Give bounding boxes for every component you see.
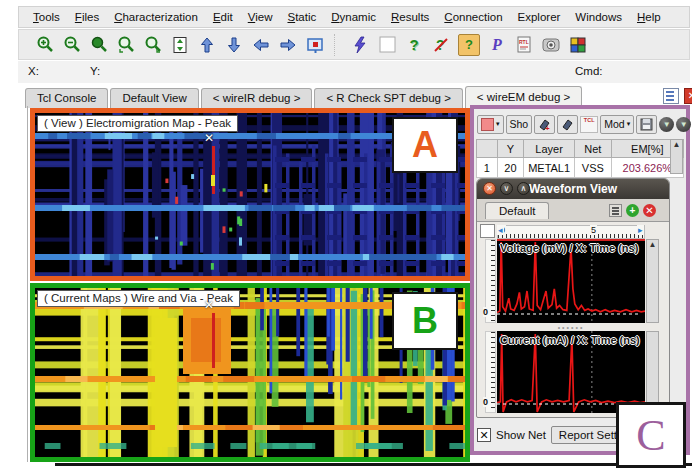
nav-down-button-2[interactable]: ▼ — [676, 117, 691, 132]
voltage-plot-scrollbar[interactable]: ▲ — [646, 239, 659, 323]
fit-page-icon[interactable] — [170, 35, 190, 55]
clear-highlight-button[interactable] — [557, 115, 578, 134]
nav-down-button-1[interactable]: ▼ — [659, 117, 674, 132]
coordinate-bar: X: Y: Cmd: — [18, 61, 690, 83]
add-waveform-button[interactable]: + — [626, 204, 639, 217]
help-icon[interactable]: ? — [404, 35, 424, 55]
table-scrollbar[interactable]: ▲ — [670, 139, 683, 174]
menu-tools[interactable]: Tools — [33, 11, 60, 23]
save-icon — [640, 118, 653, 131]
cell: VSS — [575, 158, 612, 178]
tab-r-check-spt-debug[interactable]: < R Check SPT debug > — [314, 88, 462, 108]
ruler-left-arrow-icon[interactable]: ◂ — [497, 225, 504, 235]
context-help-icon[interactable]: ? — [458, 34, 480, 56]
window-minimize-button[interactable]: ∨ — [500, 182, 513, 195]
current-waveform-plot[interactable]: Current (mA) / X: Time (ns) — [497, 331, 645, 413]
menu-edit[interactable]: Edit — [213, 11, 233, 23]
plot-divider[interactable]: •••••• — [497, 323, 645, 331]
show-net-checkbox[interactable]: ✕ — [477, 428, 491, 442]
tab-wireir-debug[interactable]: < wireIR debug > — [201, 88, 313, 108]
tcl-script-icon[interactable]: TCL — [580, 116, 598, 133]
report-icon[interactable]: RTL — [514, 35, 534, 55]
cmd-label: Cmd: — [575, 65, 602, 77]
move-up-icon[interactable] — [197, 35, 217, 55]
move-right-icon[interactable] — [278, 35, 298, 55]
annotation-a: A — [392, 117, 458, 173]
zoom-fit-icon[interactable] — [143, 35, 163, 55]
window-maximize-button[interactable]: ∧ — [517, 182, 530, 195]
current-zero-label: 0 — [483, 397, 488, 407]
menu-explorer[interactable]: Explorer — [518, 11, 561, 23]
table-row[interactable]: 120METAL1VSS203.626% — [477, 158, 684, 178]
x-coordinate-label: X: — [28, 65, 39, 77]
close-tab-icon[interactable]: ✕ — [684, 88, 692, 104]
move-down-icon[interactable] — [224, 35, 244, 55]
waveform-window-title: Waveform View — [529, 182, 617, 196]
waveform-tab-default[interactable]: Default — [485, 202, 549, 219]
script-icon[interactable]: P — [487, 35, 507, 55]
cell: 1 — [477, 158, 498, 178]
console-layout-icon[interactable] — [663, 88, 679, 104]
zoom-out-icon[interactable] — [62, 35, 82, 55]
ruler-corner-box — [480, 224, 495, 238]
tab-default-view[interactable]: Default View — [110, 88, 198, 108]
snapshot-icon[interactable] — [305, 35, 325, 55]
camera-icon[interactable] — [541, 35, 561, 55]
time-axis-ruler[interactable]: 0 5 ◂ ▸ — [497, 225, 645, 239]
map-a-title: ( View ) Electromigration Map - Peak — [37, 115, 238, 132]
menu-files[interactable]: Files — [75, 11, 99, 23]
current-map-panel[interactable]: ( Current Maps ) Wire and Via - Peak ✕ B — [30, 283, 470, 462]
menu-characterization[interactable]: Characterization — [114, 11, 198, 23]
highlight-color-button[interactable]: ▾ — [477, 115, 504, 134]
design-browser-icon[interactable] — [568, 35, 588, 55]
flash-icon[interactable] — [350, 35, 370, 55]
selected-net-marker-b: ✕ — [204, 298, 214, 312]
figure-bottom-rule — [55, 463, 692, 466]
tab-tcl-console[interactable]: Tcl Console — [25, 88, 108, 108]
voltage-waveform-plot[interactable]: Voltage (mV) / X: Time (ns) — [497, 239, 645, 323]
y-coordinate-label: Y: — [90, 65, 100, 77]
column-Layer: Layer — [524, 140, 575, 158]
annotation-b: B — [392, 292, 458, 350]
menu-results[interactable]: Results — [391, 11, 429, 23]
save-report-button[interactable] — [636, 115, 657, 134]
zoom-in-icon[interactable] — [35, 35, 55, 55]
help-off-icon[interactable]: ? — [431, 35, 451, 55]
ruler-tick-5: 5 — [590, 225, 597, 235]
menu-connection[interactable]: Connection — [444, 11, 502, 23]
tab-page-border — [27, 106, 28, 462]
mode-dropdown[interactable]: Mod▾ — [600, 115, 634, 134]
electromigration-map-panel[interactable]: ( View ) Electromigration Map - Peak ✕ A — [30, 108, 470, 281]
violation-line-a — [212, 146, 215, 194]
em-results-table[interactable]: YLayerNetEM[%]120METAL1VSS203.626% — [476, 139, 684, 178]
application-window: ToolsFilesCharacterizationEditViewStatic… — [0, 0, 692, 470]
current-plot-label: Current (mA) / X: Time (ns) — [500, 334, 640, 346]
selected-net-marker-a: ✕ — [204, 131, 214, 145]
menu-dynamic[interactable]: Dynamic — [331, 11, 376, 23]
close-waveform-button[interactable]: ✕ — [643, 204, 656, 217]
move-left-icon[interactable] — [251, 35, 271, 55]
zoom-full-icon[interactable] — [89, 35, 109, 55]
current-plot-scrollbar[interactable]: ▲ — [646, 331, 659, 413]
svg-text:RTL: RTL — [519, 39, 529, 45]
add-highlight-button[interactable]: + — [534, 115, 555, 134]
show-net-label: Show Net — [496, 429, 546, 441]
waveform-view-window: Waveform View ✕ ∨ ∧ Default + ✕ 0 5 ◂ — [476, 178, 670, 418]
waveform-list-icon[interactable] — [609, 204, 622, 217]
ruler-right-arrow-icon[interactable]: ▸ — [637, 225, 644, 235]
violation-hotspot-a — [211, 175, 215, 186]
toolbar-separator — [334, 34, 341, 56]
menu-help[interactable]: Help — [637, 11, 661, 23]
column-rownum — [477, 140, 498, 158]
table-header-row: YLayerNetEM[%] — [477, 140, 684, 158]
report-settings-button[interactable]: Report Sett — [551, 426, 625, 444]
menu-windows[interactable]: Windows — [575, 11, 622, 23]
zoom-box-icon[interactable] — [116, 35, 136, 55]
show-button[interactable]: Sho — [506, 115, 533, 134]
annotation-c: C — [616, 402, 686, 468]
window-close-button[interactable]: ✕ — [483, 182, 496, 195]
cell: 20 — [497, 158, 524, 178]
menu-static[interactable]: Static — [287, 11, 316, 23]
blank-swatch — [377, 35, 397, 55]
menu-view[interactable]: View — [248, 11, 273, 23]
